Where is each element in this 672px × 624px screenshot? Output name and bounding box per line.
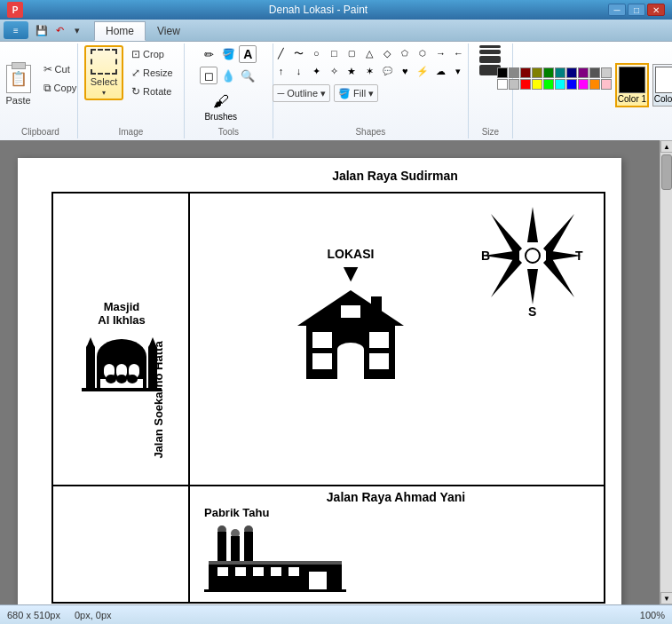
right-arrow-shape[interactable]: → (432, 45, 448, 61)
cut-button[interactable]: ✂ Cut (39, 60, 82, 78)
color-orange[interactable] (589, 79, 600, 90)
tools-group: ✏ 🪣 A ◻ 💧 🔍 🖌 Brushes Tools (185, 43, 273, 138)
down-arrow-shape[interactable]: ↓ (290, 63, 306, 79)
rotate-button[interactable]: ↻ Rotate (127, 83, 178, 100)
color-blue[interactable] (566, 79, 577, 90)
color-white[interactable] (497, 79, 508, 90)
pabrik-label: Pabrik Tahu (204, 506, 382, 519)
vertical-scrollbar[interactable]: ▲ ▼ (660, 140, 672, 604)
diamond-shape[interactable]: ◇ (379, 45, 395, 61)
save-quick-btn[interactable]: 💾 (34, 22, 50, 38)
svg-rect-52 (309, 572, 327, 589)
road-top-label: Jalan Raya Sudirman (332, 169, 458, 183)
color-darkgreen[interactable] (543, 67, 554, 78)
maximize-btn[interactable]: □ (628, 4, 645, 16)
color-magenta[interactable] (578, 79, 589, 90)
undo-quick-btn[interactable]: ↶ (51, 22, 67, 38)
tab-home[interactable]: Home (94, 21, 146, 41)
svg-marker-28 (527, 269, 538, 304)
svg-rect-47 (217, 567, 228, 576)
pentagon-shape[interactable]: ⬠ (397, 45, 413, 61)
svg-rect-54 (204, 589, 346, 592)
color-silver[interactable] (509, 79, 519, 90)
title-bar: P Denah Lokasi - Paint ─ □ ✕ (0, 0, 672, 20)
hexagon-shape[interactable]: ⬡ (415, 45, 431, 61)
svg-rect-50 (271, 567, 281, 576)
color-lightgray[interactable] (601, 67, 612, 78)
color-cyan[interactable] (555, 79, 565, 90)
shapes-label: Shapes (273, 127, 468, 137)
heart-shape[interactable]: ♥ (397, 63, 413, 79)
color1-button[interactable]: Color 1 (615, 63, 649, 107)
scissors-icon: ✂ (43, 63, 52, 75)
color-pink[interactable] (601, 79, 612, 90)
svg-marker-34 (491, 256, 522, 297)
color-navy[interactable] (566, 67, 577, 78)
color-red[interactable] (520, 79, 531, 90)
mosque-container: MasjidAl Ikhlas (55, 300, 188, 401)
brushes-button[interactable]: 🖌 Brushes (200, 88, 241, 124)
color-olive[interactable] (532, 67, 542, 78)
cloud-shape[interactable]: ☁ (432, 63, 448, 79)
status-position: 0px, 0px (75, 610, 112, 620)
select-button[interactable]: Select ▾ (84, 45, 123, 100)
triangle-shape[interactable]: △ (361, 45, 377, 61)
scroll-up-arrow[interactable]: ▲ (660, 140, 672, 153)
color-yellow[interactable] (532, 79, 542, 90)
resize-button[interactable]: ⤢ Resize (127, 64, 178, 82)
callout-shape[interactable]: 💬 (379, 63, 395, 79)
svg-rect-20 (312, 353, 332, 369)
paste-button[interactable]: 📋 Paste (0, 61, 37, 109)
rect-shape[interactable]: □ (326, 45, 342, 61)
app-menu-btn[interactable]: ≡ (4, 21, 28, 39)
color-darkred[interactable] (520, 67, 531, 78)
svg-rect-42 (244, 532, 253, 563)
clipboard-group: 📋 Paste ✂ Cut ⧉ Copy Clipboard (4, 43, 78, 138)
up-arrow-shape[interactable]: ↑ (273, 63, 289, 79)
star5-shape[interactable]: ★ (344, 63, 360, 79)
border-bottom (51, 602, 605, 604)
road-bottom-label: Jalan Raya Ahmad Yani (327, 490, 465, 504)
copy-button[interactable]: ⧉ Copy (39, 79, 82, 97)
rounded-rect-shape[interactable]: ▢ (344, 45, 360, 61)
close-btn[interactable]: ✕ (647, 4, 665, 16)
app-body: P Denah Lokasi - Paint ─ □ ✕ ≡ 💾 ↶ ▾ Hom… (0, 0, 672, 624)
fill-tool[interactable]: 🪣 (219, 45, 237, 63)
line-shape[interactable]: ╱ (273, 45, 289, 61)
svg-rect-12 (148, 348, 157, 388)
star4-shape[interactable]: ✧ (326, 63, 342, 79)
color-purple[interactable] (578, 67, 589, 78)
scroll-down-arrow[interactable]: ▼ (660, 592, 672, 604)
grid-line-top (51, 192, 605, 194)
scroll-thumb[interactable] (661, 154, 672, 190)
dropper-tool[interactable]: 💧 (219, 67, 237, 84)
4arrow-shape[interactable]: ✦ (308, 63, 324, 79)
fill-dropdown[interactable]: 🪣 Fill ▾ (334, 84, 378, 102)
color2-button[interactable]: Color 2 (652, 64, 672, 107)
minimize-btn[interactable]: ─ (608, 4, 626, 16)
outline-dropdown[interactable]: ─ Outline ▾ (273, 84, 330, 102)
text-tool[interactable]: A (239, 45, 257, 63)
canvas-container[interactable]: Jalan Raya Sudirman Jalan Soekarno Hatta… (0, 140, 660, 604)
crop-button[interactable]: ⊡ Crop (127, 45, 178, 63)
eraser-tool[interactable]: ◻ (200, 67, 217, 84)
magnifier-tool[interactable]: 🔍 (239, 67, 257, 84)
dropdown-quick-btn[interactable]: ▾ (69, 22, 85, 38)
svg-rect-48 (235, 567, 246, 576)
color-black[interactable] (497, 67, 508, 78)
color-lime[interactable] (543, 79, 554, 90)
pencil-tool[interactable]: ✏ (200, 45, 217, 63)
svg-text:T: T (575, 249, 583, 263)
tab-view[interactable]: View (146, 21, 192, 40)
star6-shape[interactable]: ✶ (361, 63, 377, 79)
color-teal[interactable] (555, 67, 565, 78)
color-darkgray[interactable] (589, 67, 600, 78)
grid-line-mid (51, 485, 605, 486)
more-shapes[interactable]: ▾ (450, 63, 466, 79)
svg-marker-11 (86, 337, 95, 348)
left-arrow-shape[interactable]: ← (450, 45, 466, 61)
curve-shape[interactable]: 〜 (290, 45, 306, 61)
color-gray[interactable] (509, 67, 519, 78)
oval-shape[interactable]: ○ (308, 45, 324, 61)
lightning-shape[interactable]: ⚡ (415, 63, 431, 79)
